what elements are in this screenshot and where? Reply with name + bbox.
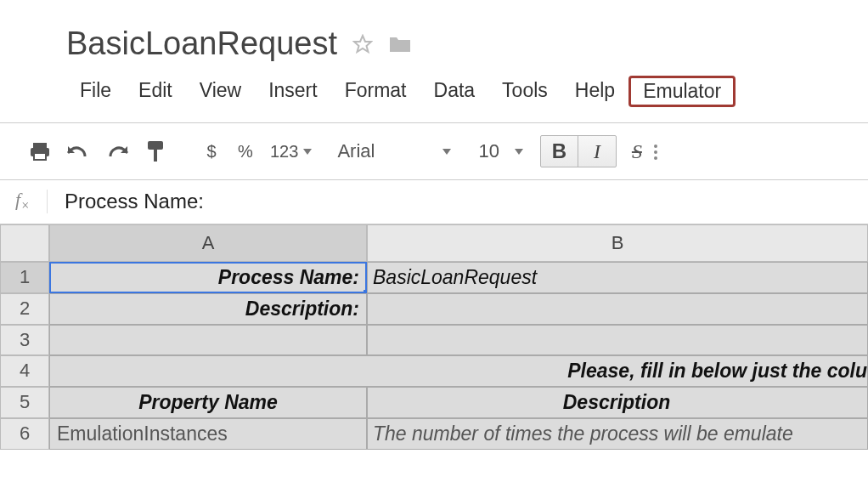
redo-icon[interactable] bbox=[100, 137, 134, 166]
menu-file[interactable]: File bbox=[66, 76, 125, 107]
chevron-down-icon bbox=[442, 149, 451, 155]
font-size-dropdown[interactable]: 10 bbox=[459, 140, 526, 162]
menu-tools[interactable]: Tools bbox=[488, 76, 561, 107]
svg-rect-1 bbox=[33, 143, 47, 148]
menu-insert[interactable]: Insert bbox=[255, 76, 331, 107]
font-family-label: Arial bbox=[337, 140, 375, 162]
cell-row4-merged[interactable]: Please, fill in below just the colu bbox=[49, 355, 868, 387]
menu-data[interactable]: Data bbox=[420, 76, 489, 107]
menu-bar: File Edit View Insert Format Data Tools … bbox=[0, 71, 868, 122]
font-family-dropdown[interactable]: Arial bbox=[322, 140, 454, 162]
formula-input[interactable]: Process Name: bbox=[65, 190, 204, 213]
undo-icon[interactable] bbox=[61, 137, 95, 166]
percent-button[interactable]: % bbox=[231, 137, 260, 166]
toolbar: $ % 123 Arial 10 B I S bbox=[0, 122, 868, 180]
cell-b6[interactable]: The number of times the process will be … bbox=[367, 418, 868, 450]
text-style-group: B I bbox=[540, 135, 617, 167]
select-all-corner[interactable] bbox=[0, 224, 49, 262]
strikethrough-button[interactable]: S bbox=[632, 140, 642, 163]
cell-a2[interactable]: Description: bbox=[49, 293, 367, 325]
fx-icon: f× bbox=[15, 189, 30, 213]
folder-icon[interactable] bbox=[388, 34, 412, 54]
svg-marker-0 bbox=[354, 36, 371, 52]
chevron-down-icon bbox=[515, 149, 523, 155]
menu-emulator[interactable]: Emulator bbox=[628, 76, 736, 107]
formula-bar: f× Process Name: bbox=[0, 180, 868, 224]
document-title[interactable]: BasicLoanRequest bbox=[66, 26, 337, 62]
italic-button[interactable]: I bbox=[578, 136, 616, 167]
row-header-5[interactable]: 5 bbox=[0, 387, 49, 418]
row-header-1[interactable]: 1 bbox=[0, 262, 49, 293]
column-header-b[interactable]: B bbox=[367, 224, 868, 262]
currency-button[interactable]: $ bbox=[197, 137, 226, 166]
spreadsheet-grid[interactable]: A B 1 Process Name: BasicLoanRequest 2 D… bbox=[0, 224, 868, 450]
cell-b1[interactable]: BasicLoanRequest bbox=[367, 262, 868, 293]
number-format-button[interactable]: 123 bbox=[265, 137, 317, 166]
chevron-down-icon bbox=[303, 149, 312, 155]
row-header-4[interactable]: 4 bbox=[0, 355, 49, 387]
cell-b2[interactable] bbox=[367, 293, 868, 325]
cell-a5[interactable]: Property Name bbox=[49, 387, 367, 418]
row-header-2[interactable]: 2 bbox=[0, 293, 49, 325]
cell-a6[interactable]: EmulationInstances bbox=[49, 418, 367, 450]
svg-rect-5 bbox=[154, 150, 157, 162]
cell-a3[interactable] bbox=[49, 325, 367, 355]
menu-view[interactable]: View bbox=[186, 76, 255, 107]
font-size-label: 10 bbox=[478, 140, 499, 162]
menu-help[interactable]: Help bbox=[561, 76, 628, 107]
svg-rect-3 bbox=[34, 153, 46, 160]
cell-b5[interactable]: Description bbox=[367, 387, 868, 418]
divider bbox=[47, 190, 48, 213]
cell-a1[interactable]: Process Name: bbox=[49, 262, 367, 293]
bold-button[interactable]: B bbox=[541, 136, 578, 167]
print-icon[interactable] bbox=[24, 137, 56, 166]
menu-edit[interactable]: Edit bbox=[125, 76, 186, 107]
menu-format[interactable]: Format bbox=[331, 76, 420, 107]
more-formats-icon[interactable] bbox=[654, 144, 657, 160]
cell-b3[interactable] bbox=[367, 325, 868, 355]
paint-format-icon[interactable] bbox=[139, 137, 172, 166]
column-header-a[interactable]: A bbox=[49, 224, 367, 262]
svg-rect-4 bbox=[148, 141, 163, 150]
number-format-label: 123 bbox=[270, 142, 298, 162]
star-icon[interactable] bbox=[352, 34, 373, 54]
row-header-3[interactable]: 3 bbox=[0, 325, 49, 355]
row-header-6[interactable]: 6 bbox=[0, 418, 49, 450]
